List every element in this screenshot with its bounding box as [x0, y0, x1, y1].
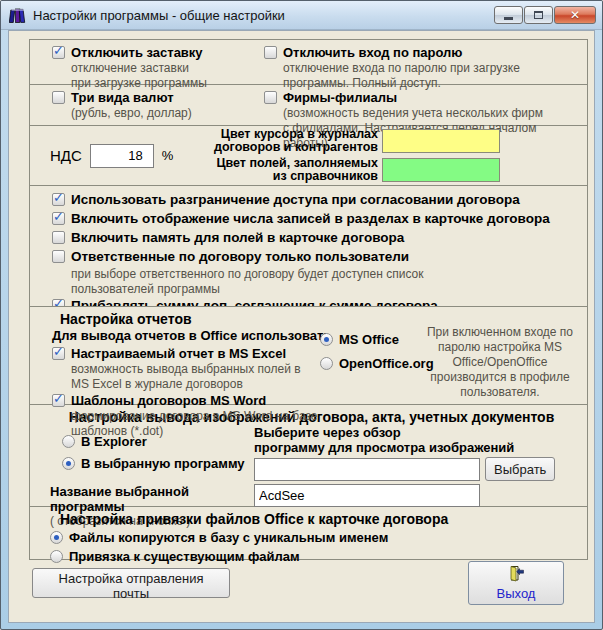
currency-branches-group: Три вида валют (рубль, евро, доллар) Фир… — [29, 84, 588, 126]
disable-password-desc: отключение входа по паролю при загрузке — [283, 61, 520, 76]
reports-group: Настройка отчетов Для вывода отчетов в O… — [29, 306, 588, 405]
chosen-program-label[interactable]: В выбранную программу — [81, 455, 245, 472]
program-name-label: Название выбранной программы — [50, 484, 254, 514]
file-binding-title: Настройка привязки файлов Office к карто… — [60, 511, 581, 527]
openoffice-radio[interactable] — [320, 357, 333, 370]
exit-door-icon — [507, 565, 525, 585]
cursor-color-swatch[interactable] — [382, 129, 500, 153]
checkbox-row: Три вида валют (рубль, евро, доллар) — [52, 89, 264, 121]
branches-desc: (возможность ведения учета нескольких фи… — [283, 106, 581, 121]
vat-label: НДС — [50, 147, 82, 164]
reports-title: Настройка отчетов — [60, 311, 352, 327]
excel-report-desc: MS Excel в журнале договоров — [71, 377, 301, 392]
record-count-checkbox[interactable] — [52, 212, 65, 225]
three-currencies-checkbox[interactable] — [52, 91, 65, 104]
explorer-radio[interactable] — [62, 435, 75, 448]
mail-settings-button[interactable]: Настройка отправления почты — [32, 568, 230, 598]
copy-to-db-label[interactable]: Файлы копируются в базу с уникальным име… — [69, 529, 388, 546]
minimize-button[interactable] — [494, 6, 523, 24]
window-frame: Отключить заставку отключение заставки п… — [1, 30, 602, 630]
window-title: Настройки программы - общие настройки — [33, 8, 494, 23]
excel-report-desc: возможность вывода выбранных полей в — [71, 362, 301, 377]
close-button[interactable]: ✕ — [554, 6, 596, 24]
radio-row: MS Office — [320, 331, 434, 348]
responsible-users-label[interactable]: Ответственные по договору только пользов… — [71, 248, 409, 265]
chosen-program-radio[interactable] — [62, 457, 75, 470]
responsible-users-checkbox[interactable] — [52, 250, 65, 263]
access-control-checkbox[interactable] — [52, 193, 65, 206]
checkbox-row: Использовать разграничение доступа при с… — [52, 191, 581, 208]
browse-button[interactable]: Выбрать — [485, 457, 555, 481]
disable-password-label[interactable]: Отключить вход по паролю — [283, 44, 520, 61]
contract-options-group: Использовать разграничение доступа при с… — [29, 185, 588, 307]
program-name-input[interactable] — [254, 484, 480, 507]
radio-row: OpenOffice.org — [320, 355, 434, 372]
disable-splash-label[interactable]: Отключить заставку — [71, 44, 207, 61]
file-binding-group: Настройка привязки файлов Office к карто… — [29, 506, 588, 560]
maximize-icon — [534, 11, 543, 19]
excel-report-label[interactable]: Настраиваемый отчет в MS Excel — [71, 345, 301, 362]
footer: Настройка отправления почты Выход — [9, 561, 594, 605]
close-icon: ✕ — [570, 8, 580, 22]
window-controls: ✕ — [494, 6, 596, 24]
radio-row: Файлы копируются в базу с уникальным име… — [50, 529, 581, 546]
percent-label: % — [162, 148, 174, 163]
ms-office-label[interactable]: MS Office — [339, 331, 399, 348]
disable-splash-checkbox[interactable] — [52, 46, 65, 59]
maximize-button[interactable] — [524, 6, 553, 24]
exit-button-label: Выход — [497, 586, 536, 601]
responsible-users-desc: при выборе ответственного по договору бу… — [71, 267, 581, 282]
office-use-label: Для вывода отчетов в Office использовать — [52, 327, 352, 345]
radio-row: В выбранную программу — [62, 455, 254, 472]
exit-button[interactable]: Выход — [468, 561, 564, 605]
copy-to-db-radio[interactable] — [50, 531, 63, 544]
checkbox-row: Шаблоны договоров MS Word формирование д… — [52, 392, 352, 439]
checkbox-row: Включить память для полей в карточке дог… — [52, 229, 581, 246]
startup-group: Отключить заставку отключение заставки п… — [29, 39, 588, 85]
excel-report-checkbox[interactable] — [52, 347, 65, 360]
minimize-icon — [504, 17, 513, 20]
password-profile-note: При включенном входе по паролю настройка… — [419, 325, 581, 400]
three-currencies-desc: (рубль, евро, доллар) — [71, 106, 192, 121]
responsible-users-desc: пользователей программы — [71, 282, 581, 297]
word-templates-label[interactable]: Шаблоны договоров MS Word — [71, 392, 352, 409]
disable-password-checkbox[interactable] — [264, 46, 277, 59]
checkbox-row: Отключить заставку отключение заставки п… — [52, 44, 264, 91]
word-templates-checkbox[interactable] — [52, 394, 65, 407]
access-control-label[interactable]: Использовать разграничение доступа при с… — [71, 191, 520, 208]
field-memory-label[interactable]: Включить память для полей в карточке дог… — [71, 229, 404, 246]
titlebar[interactable]: Настройки программы - общие настройки ✕ — [1, 1, 602, 30]
link-existing-radio[interactable] — [50, 550, 63, 563]
vat-input[interactable] — [90, 144, 154, 168]
branches-label[interactable]: Фирмы-филиалы — [283, 89, 581, 106]
settings-window: Настройки программы - общие настройки ✕ … — [0, 0, 603, 630]
checkbox-row: Настраиваемый отчет в MS Excel возможнос… — [52, 345, 352, 392]
client-area: Отключить заставку отключение заставки п… — [8, 30, 595, 623]
branches-checkbox[interactable] — [264, 91, 277, 104]
browse-hint-label: программу для просмотра изображений — [254, 440, 581, 455]
checkbox-row: Включить отображение числа записей в раз… — [52, 210, 581, 227]
books-icon — [9, 7, 27, 24]
checkbox-row: Ответственные по договору только пользов… — [52, 248, 581, 265]
cursor-color-label: Цвет курсора в журналах договоров и конт… — [198, 128, 378, 154]
link-existing-label[interactable]: Привязка к существующим файлам — [69, 548, 300, 565]
field-memory-checkbox[interactable] — [52, 231, 65, 244]
fields-color-label: Цвет полей, заполняемых из справочников — [198, 157, 378, 183]
checkbox-row: Отключить вход по паролю отключение вход… — [264, 44, 581, 91]
three-currencies-label[interactable]: Три вида валют — [71, 89, 192, 106]
word-templates-desc: формирование договора в MS Word на базе … — [71, 409, 352, 439]
ms-office-radio[interactable] — [320, 333, 333, 346]
program-path-input[interactable] — [254, 458, 480, 481]
disable-splash-desc: отключение заставки — [71, 61, 207, 76]
fields-color-swatch[interactable] — [382, 158, 500, 182]
record-count-label[interactable]: Включить отображение числа записей в раз… — [71, 210, 550, 227]
